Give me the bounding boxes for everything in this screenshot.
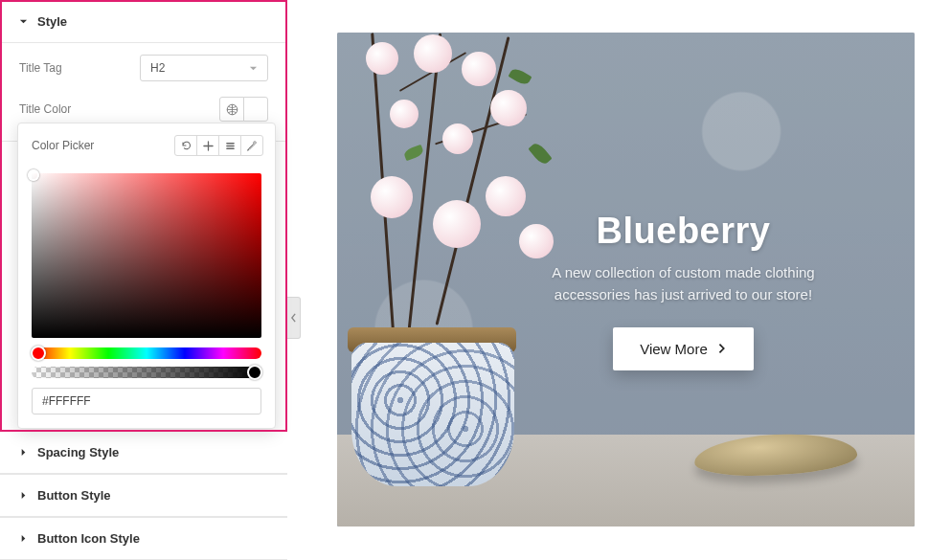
flower [390,100,419,128]
label-title-color: Title Color [19,102,71,116]
section-title: Style [37,14,67,29]
flower [366,42,398,75]
hue-slider[interactable] [32,347,261,359]
add-color-button[interactable] [196,135,219,156]
eyedropper-button[interactable] [240,135,263,156]
view-more-button[interactable]: View More [613,327,754,370]
caret-right-icon [19,534,28,543]
color-swatch-button[interactable] [243,97,268,122]
saturation-area[interactable] [32,173,261,338]
section-title: Spacing Style [37,445,119,459]
chevron-down-icon [249,64,258,73]
title-color-controls [219,97,268,122]
flower [490,90,527,126]
section-style: Style Title Tag H2 Title Color [0,0,287,142]
chevron-right-icon [717,343,727,354]
reset-color-button[interactable] [174,135,197,156]
section-title: Button Icon Style [37,531,140,546]
section-header-style[interactable]: Style [0,1,287,43]
flower [442,123,473,154]
select-value: H2 [150,61,165,75]
library-button[interactable] [218,135,241,156]
undo-icon [180,140,192,151]
caret-right-icon [19,491,28,500]
color-picker-body [18,166,275,428]
color-picker-popover: Color Picker [17,123,276,429]
eyedropper-icon [246,140,258,151]
flower [414,34,452,73]
lower-sections: Spacing Style Button Style Button Icon S… [0,431,287,560]
color-picker-tools [174,135,263,156]
alpha-handle[interactable] [247,365,262,380]
globe-icon [226,103,238,116]
section-header-button-icon[interactable]: Button Icon Style [0,518,287,559]
preview-canvas: Blueberry A new collection of custom mad… [337,33,915,526]
label-title-tag: Title Tag [19,61,62,75]
stack-icon [225,141,236,151]
saturation-handle[interactable] [28,169,39,181]
section-spacing-style: Spacing Style [0,431,287,474]
section-header-spacing[interactable]: Spacing Style [0,432,287,473]
sidebar-collapse-tab[interactable] [287,297,301,339]
alpha-slider[interactable] [32,367,261,378]
caret-right-icon [19,448,28,457]
section-button-icon-style: Button Icon Style [0,517,287,560]
section-title: Button Style [37,488,111,503]
caret-down-icon [19,17,28,26]
button-label: View More [640,341,708,357]
flower [433,200,481,248]
global-color-button[interactable] [219,97,244,122]
select-title-tag[interactable]: H2 [140,55,268,81]
hue-handle[interactable] [31,346,46,361]
row-title-color: Title Color [19,97,268,122]
color-picker-header: Color Picker [18,123,275,166]
section-header-button[interactable]: Button Style [0,475,287,516]
color-picker-title: Color Picker [32,139,174,152]
flower [371,176,413,218]
row-title-tag: Title Tag H2 [19,55,268,81]
flower [462,52,496,86]
hero-text-block: Blueberry A new collection of custom mad… [481,211,886,370]
hex-input[interactable] [32,388,261,414]
plus-icon [203,141,214,151]
chevron-left-icon [290,313,297,323]
hero-title: Blueberry [481,211,886,252]
hero-subtitle: A new collection of custom made clothing… [481,261,886,306]
section-button-style: Button Style [0,474,287,517]
